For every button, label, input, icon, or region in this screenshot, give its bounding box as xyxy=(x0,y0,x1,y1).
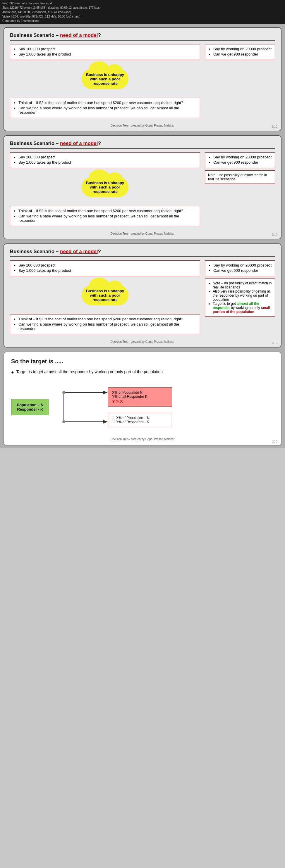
arrow-diagram xyxy=(49,384,108,431)
list-item: Say 100,000 prospect xyxy=(19,263,197,268)
list-item: Say 1,000 takes up the product xyxy=(19,268,197,273)
target-slide-title: So the target is ..... xyxy=(11,358,274,365)
slide-2-title-end: ? xyxy=(98,141,101,146)
slides-container: Business Scenario – need of a model? Say… xyxy=(0,24,285,448)
resp-top-line1: X% of Population N xyxy=(112,391,168,395)
list-item: Think of – if $2 is the cost of mailer t… xyxy=(19,100,197,105)
file-info-line1: File: 692 Need of a decision Tree.mp4 xyxy=(2,1,283,5)
slide-1-top-bullets: Say 100,000 prospect Say 1,000 takes up … xyxy=(10,44,200,60)
list-item: Can we find a base where by working on l… xyxy=(19,322,197,331)
cloud-text: Business is unhappy with such a poor res… xyxy=(84,72,126,86)
resp-top-line3: Y > X xyxy=(112,399,168,404)
list-item: Say by working on 20000 prospect xyxy=(213,47,272,51)
list-item: Also very rare possibility of getting al… xyxy=(213,289,272,302)
slide-1-right-bullets: Say by working on 20000 prospect Can we … xyxy=(205,44,275,60)
slide-1-title-end: ? xyxy=(98,32,101,38)
slide-3-right-bullets: Say by working on 20000 prospect Can we … xyxy=(205,260,275,276)
slide-1-title-plain: Business Scenario – xyxy=(10,32,59,38)
slide-3-bottom-bullets: Think of – if $2 is the cost of mailer t… xyxy=(10,314,200,334)
slide-2-content: Say 100,000 prospect Say 1,000 takes up … xyxy=(10,152,275,228)
resp-box-top: X% of Population N Y% of all Responder K… xyxy=(108,387,172,407)
list-item: Say 1,000 takes up the product xyxy=(19,160,197,164)
slide-3-title-plain: Business Scenario – xyxy=(10,249,59,254)
target-slide: So the target is ..... ● Target is to ge… xyxy=(3,351,282,446)
resp-box-bottom: 1- X% of Population – N 1- Y% of Respond… xyxy=(108,413,172,427)
slide-2-note: Note – no possibility of exact match in … xyxy=(205,170,275,184)
svg-marker-3 xyxy=(103,391,108,394)
file-info-line5: Generated by Thumbnail me xyxy=(2,19,283,23)
slide-3-title-end: ? xyxy=(98,249,101,254)
slide-2-num: 3/10 xyxy=(272,233,277,237)
slide-2-title: Business Scenario – need of a model? xyxy=(10,141,275,149)
list-item: Think of – if $2 is the cost of mailer t… xyxy=(19,317,197,321)
list-item: Say 100,000 prospect xyxy=(19,47,197,51)
list-item: Say 100,000 prospect xyxy=(19,155,197,159)
cloud-text: Business is unhappy with such a poor res… xyxy=(84,289,126,302)
right-boxes: X% of Population N Y% of all Responder K… xyxy=(108,387,172,427)
slide-1-title-highlight: need of a model xyxy=(60,32,98,38)
slide-2-right: Say by working on 20000 prospect Can we … xyxy=(205,152,275,228)
svg-marker-4 xyxy=(103,420,108,424)
file-info-line2: Size: 12216472 bytes (11.65 MiB); durati… xyxy=(2,5,283,10)
slide-1-footer: Decision Tree– created by Gopal Prasad M… xyxy=(10,123,275,127)
list-item: Target is to get almost all the responde… xyxy=(213,302,272,314)
pop-label1: Population – N xyxy=(16,403,45,407)
slide-2-cloud: Business is unhappy with such a poor res… xyxy=(82,177,129,197)
slide-3-right: Say by working on 20000 prospect Can we … xyxy=(205,260,275,337)
bullet-icon: ● xyxy=(11,370,14,375)
slide-2: Business Scenario – need of a model? Say… xyxy=(3,135,282,239)
slide-1: Business Scenario – need of a model? Say… xyxy=(3,27,282,131)
slide-1-cloud-wrapper: Business is unhappy with such a poor res… xyxy=(10,63,200,95)
slide-2-bottom-bullets: Think of – if $2 is the cost of mailer t… xyxy=(10,206,200,226)
slide-3-title: Business Scenario – need of a model? xyxy=(10,249,275,257)
slide-3-top-bullets: Say 100,000 prospect Say 1,000 takes up … xyxy=(10,260,200,276)
slide-2-title-plain: Business Scenario – xyxy=(10,141,59,146)
resp-bottom-line1: 1- X% of Population – N xyxy=(112,416,168,420)
pop-label2: Responder - K xyxy=(16,407,45,411)
slide-2-top-bullets: Say 100,000 prospect Say 1,000 takes up … xyxy=(10,152,200,168)
slide-3-footer: Decision Tree– created by Gopal Prasad M… xyxy=(10,339,275,343)
slide-2-left: Say 100,000 prospect Say 1,000 takes up … xyxy=(10,152,200,228)
slide-1-bottom-bullets: Think of – if $2 is the cost of mailer t… xyxy=(10,98,200,118)
slide-2-cloud-wrapper: Business is unhappy with such a poor res… xyxy=(10,171,200,203)
list-item: Say 1,000 takes up the product xyxy=(19,52,197,56)
slide-2-right-bullets: Say by working on 20000 prospect Can we … xyxy=(205,152,275,168)
list-item: Note – no possibility of exact match in … xyxy=(213,281,272,289)
slide-3-note: Note – no possibility of exact match in … xyxy=(205,279,275,316)
resp-top-line2: Y% of all Responder K xyxy=(112,395,168,399)
resp-bottom-line2: 1- Y% of Responder - K xyxy=(112,420,168,424)
list-item: Can we get 900 responder xyxy=(213,268,272,273)
target-slide-num: 5/10 xyxy=(272,440,277,443)
arrow-svg xyxy=(49,384,108,431)
slide-1-cloud: Business is unhappy with such a poor res… xyxy=(82,69,129,89)
list-item: Can we find a base where by working on l… xyxy=(19,106,197,115)
list-item: Can we get 900 responder xyxy=(213,52,272,56)
population-box: Population – N Responder - K xyxy=(11,399,49,415)
note-text: Note – no possibility of exact match in … xyxy=(208,173,267,181)
slide-3-left: Say 100,000 prospect Say 1,000 takes up … xyxy=(10,260,200,337)
highlight-almost-all: almost all the responder xyxy=(213,302,259,310)
slide-1-content: Say 100,000 prospect Say 1,000 takes up … xyxy=(10,44,275,120)
slide-3-num: 4/10 xyxy=(272,341,277,345)
diagram-area: Population – N Responder - K xyxy=(11,384,274,431)
svg-point-6 xyxy=(62,420,65,423)
slide-1-right: Say by working on 20000 prospect Can we … xyxy=(205,44,275,120)
slide-1-num: 2/10 xyxy=(272,125,277,128)
target-bullet-row: ● Target is to get almost all the respon… xyxy=(11,369,274,375)
slide-3-content: Say 100,000 prospect Say 1,000 takes up … xyxy=(10,260,275,337)
file-info-line3: Audio: aac, 44100 Hz, 2 channels, s16, 4… xyxy=(2,10,283,14)
list-item: Say by working on 20000 prospect xyxy=(213,263,272,268)
slide-3-cloud-wrapper: Business is unhappy with such a poor res… xyxy=(10,279,200,311)
list-item: Can we find a base where by working on l… xyxy=(19,214,197,223)
slide-3-title-highlight: need of a model xyxy=(60,249,98,254)
cloud-text: Business is unhappy with such a poor res… xyxy=(84,181,126,194)
slide-1-left: Say 100,000 prospect Say 1,000 takes up … xyxy=(10,44,200,120)
target-slide-footer: Decision Tree– created by Gopal Prasad M… xyxy=(11,436,274,441)
svg-point-5 xyxy=(62,391,65,394)
file-info-bar: File: 692 Need of a decision Tree.mp4 Si… xyxy=(0,0,285,24)
target-bullet-text: Target is to get almost all the responde… xyxy=(17,369,163,374)
slide-2-title-highlight: need of a model xyxy=(60,141,98,146)
list-item: Think of – if $2 is the cost of mailer t… xyxy=(19,209,197,213)
slide-2-footer: Decision Tree– created by Gopal Prasad M… xyxy=(10,231,275,235)
slide-1-title: Business Scenario – need of a model? xyxy=(10,32,275,41)
